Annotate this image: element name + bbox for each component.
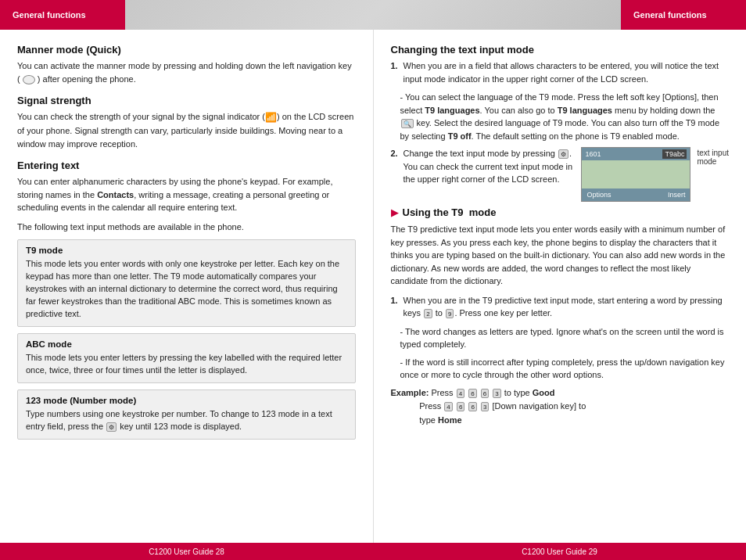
footer-right: C1200 User Guide 29 [373,547,746,556]
key-ex-8: 3 [481,402,489,411]
left-page: Manner mode (Quick) You can activate the… [0,30,373,543]
using-t9-header: ▶ Using the T9 mode [391,206,730,218]
t9-mode-box: T9 mode This mode lets you enter words w… [17,239,356,327]
t9-item-1: 1. When you are in the T9 predictive tex… [391,294,730,320]
using-t9-body: The T9 predictive text input mode lets y… [391,223,730,288]
changing-input-title: Changing the text input mode [391,44,730,56]
lcd-bottom-bar: Options Insert [582,188,690,201]
key-icon-123: ⚙ [106,422,117,432]
123-mode-title: 123 mode (Number mode) [26,396,347,405]
right-page: Changing the text input mode 1. When you… [374,30,747,543]
abc-mode-text: This mode lets you enter letters by pres… [26,352,347,377]
manner-mode-body: You can activate the manner mode by pres… [17,59,356,85]
key-icon-input: ⚙ [558,149,568,159]
signal-strength-title: Signal strength [17,95,356,106]
abc-mode-box: ABC mode This mode lets you enter letter… [17,333,356,383]
manner-mode-title: Manner mode (Quick) [17,44,356,56]
key-ex-7: 6 [468,402,476,411]
lcd-top-bar: 160 1 T9abc [582,148,690,160]
input-item-1: 1. When you are in a field that allows c… [391,59,730,85]
key-ex-1: 4 [457,389,464,398]
key-9: 9 [446,309,454,318]
abc-mode-title: ABC mode [26,339,347,349]
entering-text-body2: The following text input methods are ava… [17,221,356,234]
lcd-label: text inputmode [697,149,729,166]
lcd-screen: 160 1 T9abc Options Insert [581,147,690,202]
t9-dash-1: - The word changes as letters are typed.… [400,325,730,351]
key-ex-2: 6 [468,389,476,398]
key-icon-t9lang: 🔍 [401,119,414,128]
entering-text-body1: You can enter alphanumeric characters by… [17,175,356,214]
footer: C1200 User Guide 28 C1200 User Guide 29 [0,543,746,560]
key-ex-5: 4 [444,402,452,411]
arrow-icon: ▶ [391,206,399,218]
example-text: Example: Press 4 6 6 3 to type Good Pres… [391,386,730,428]
key-ex-3: 6 [481,389,489,398]
t9-mode-title: T9 mode [26,246,347,255]
123-mode-text: Type numbers using one keystroke per num… [26,408,347,433]
footer-left: C1200 User Guide 28 [0,547,373,556]
example-section: Example: Press 4 6 6 3 to type Good Pres… [391,386,730,428]
t9-dash-2: - If the word is still incorrect after t… [400,356,730,382]
dash-item-1: - You can select the language of the T9 … [400,91,730,142]
header-tab-left: General functions [0,0,125,30]
key-ex-6: 6 [457,402,464,411]
lcd-input-indicator: T9abc [662,149,687,159]
entering-text-title: Entering text [17,160,356,171]
key-2: 2 [424,309,432,318]
signal-strength-body: You can check the strength of your signa… [17,110,356,150]
input-item-2: 2. Change the text input mode by pressin… [391,147,576,186]
header-tab-right: General functions [621,0,746,30]
t9-mode-text: This mode lets you enter words with only… [26,258,347,321]
123-mode-box: 123 mode (Number mode) Type numbers usin… [17,389,356,440]
header: General functions General functions [0,0,746,30]
main-content: Manner mode (Quick) You can activate the… [0,30,746,543]
using-t9-title: Using the T9 mode [403,206,497,218]
key-ex-4: 3 [493,389,500,398]
